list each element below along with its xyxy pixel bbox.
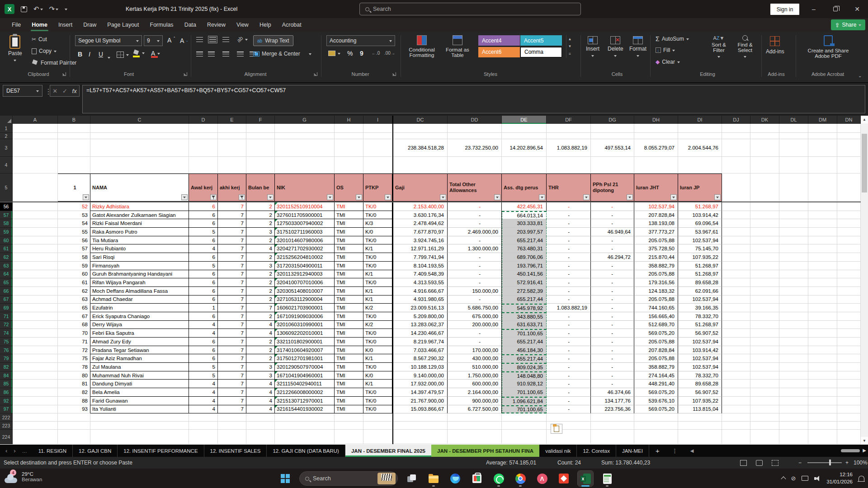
cell[interactable]: [246, 133, 275, 139]
comma-style-button[interactable]: 9: [360, 50, 363, 57]
cell[interactable]: -: [547, 363, 591, 371]
cell[interactable]: 512.689,70: [634, 321, 678, 329]
cell[interactable]: [90, 124, 189, 133]
cell[interactable]: [634, 157, 678, 174]
cell[interactable]: 72: [58, 346, 90, 355]
cell[interactable]: 5: [189, 228, 218, 236]
orientation-button[interactable]: ab: [237, 36, 248, 42]
file-explorer-button[interactable]: [426, 471, 441, 486]
cell[interactable]: [750, 363, 779, 371]
cell[interactable]: 3321101802900001: [275, 338, 335, 346]
cell[interactable]: 23.009.516,13: [393, 304, 448, 312]
cell[interactable]: [90, 422, 189, 430]
cell[interactable]: 2: [246, 354, 275, 363]
decrease-decimal-button[interactable]: .00→: [384, 51, 395, 56]
filter-button-E[interactable]: [239, 194, 245, 200]
cell[interactable]: [13, 397, 58, 405]
align-right-button[interactable]: [222, 52, 229, 56]
cell[interactable]: [722, 430, 750, 444]
cell[interactable]: [722, 397, 750, 405]
find-select-button[interactable]: Find & Select: [733, 35, 757, 59]
cell[interactable]: [808, 236, 837, 245]
cell[interactable]: 4: [189, 321, 218, 329]
increase-decimal-button[interactable]: ←.0: [372, 51, 380, 56]
cell[interactable]: [246, 124, 275, 133]
cell[interactable]: 61: [58, 278, 90, 287]
cell[interactable]: 6: [189, 296, 218, 304]
insert-cells-button[interactable]: Insert: [586, 36, 599, 58]
cell[interactable]: [837, 430, 861, 444]
cell[interactable]: TMI: [335, 329, 363, 338]
cell[interactable]: 274.164,45: [634, 371, 678, 380]
cell[interactable]: TMI: [335, 262, 363, 270]
cell[interactable]: [363, 124, 392, 133]
cell[interactable]: [750, 388, 779, 397]
cell[interactable]: [13, 388, 58, 397]
chrome-button[interactable]: [513, 471, 528, 486]
row-header-57[interactable]: 57: [0, 211, 13, 220]
cell[interactable]: [58, 430, 90, 444]
number-dialog-launcher[interactable]: [392, 72, 396, 76]
cell[interactable]: TMI: [335, 287, 363, 296]
cell[interactable]: 6: [189, 270, 218, 279]
cell[interactable]: 102.537,94: [678, 236, 722, 245]
filter-button-I[interactable]: [385, 194, 391, 200]
cell[interactable]: [750, 287, 779, 296]
number-format-select[interactable]: Accounting: [326, 35, 395, 46]
cell[interactable]: 6: [189, 253, 218, 262]
cell[interactable]: [779, 304, 808, 312]
cell[interactable]: [750, 422, 779, 430]
cell[interactable]: [722, 371, 750, 380]
cast-icon[interactable]: [802, 476, 808, 481]
cell[interactable]: 1306092202010001: [275, 329, 335, 338]
cell[interactable]: 4: [246, 388, 275, 397]
cell[interactable]: akhi kerj: [218, 174, 246, 202]
cell[interactable]: -: [591, 296, 634, 304]
cell[interactable]: [779, 174, 808, 202]
enter-icon[interactable]: ✓: [62, 88, 67, 94]
cell[interactable]: [779, 253, 808, 262]
cell[interactable]: 7: [218, 312, 246, 321]
cell[interactable]: TK/0: [363, 278, 392, 287]
cell[interactable]: 207.828,84: [634, 346, 678, 355]
cell[interactable]: 51.268,97: [678, 270, 722, 279]
column-header-DN[interactable]: DN: [837, 116, 861, 124]
cell[interactable]: 3212266008000002: [275, 388, 335, 397]
cell[interactable]: 5: [189, 371, 218, 380]
cell[interactable]: [722, 413, 750, 422]
cell[interactable]: 205.075,88: [634, 338, 678, 346]
cell[interactable]: TMI: [335, 253, 363, 262]
cell[interactable]: [750, 354, 779, 363]
cell[interactable]: [363, 422, 392, 430]
cell[interactable]: -: [547, 253, 591, 262]
cell[interactable]: 4: [189, 397, 218, 405]
cell[interactable]: [808, 422, 837, 430]
sheet-tab-12-insentif-performance[interactable]: 12. INSENTIF PERFORMANCE: [118, 445, 204, 457]
cell[interactable]: [722, 380, 750, 388]
font-size-select[interactable]: 9: [144, 35, 163, 46]
cell[interactable]: 3: [246, 371, 275, 380]
row-header-79[interactable]: 79: [0, 354, 13, 363]
cell[interactable]: 14.230.466,67: [393, 329, 448, 338]
cell[interactable]: 3175012701981001: [275, 354, 335, 363]
cell[interactable]: PTKP: [363, 174, 392, 202]
cell[interactable]: [808, 371, 837, 380]
cell[interactable]: [837, 371, 861, 380]
cell[interactable]: [275, 422, 335, 430]
cell[interactable]: 4: [246, 321, 275, 329]
cell[interactable]: 1.096.621,84: [502, 397, 547, 405]
cell[interactable]: [218, 139, 246, 157]
cell[interactable]: -: [591, 270, 634, 279]
cell[interactable]: [779, 371, 808, 380]
cell[interactable]: [750, 397, 779, 405]
cell[interactable]: NAMA: [90, 174, 189, 202]
cell[interactable]: [13, 380, 58, 388]
sheet-tab-12-insentif-sales[interactable]: 12. INSENTIF SALES: [204, 445, 267, 457]
cell[interactable]: [837, 413, 861, 422]
cell[interactable]: 6: [189, 346, 218, 355]
cell[interactable]: 89.658,28: [678, 380, 722, 388]
restore-button[interactable]: [825, 0, 846, 18]
cell[interactable]: 1: [189, 304, 218, 312]
filter-button-C[interactable]: [181, 194, 188, 200]
cell[interactable]: 358.882,79: [634, 262, 678, 270]
